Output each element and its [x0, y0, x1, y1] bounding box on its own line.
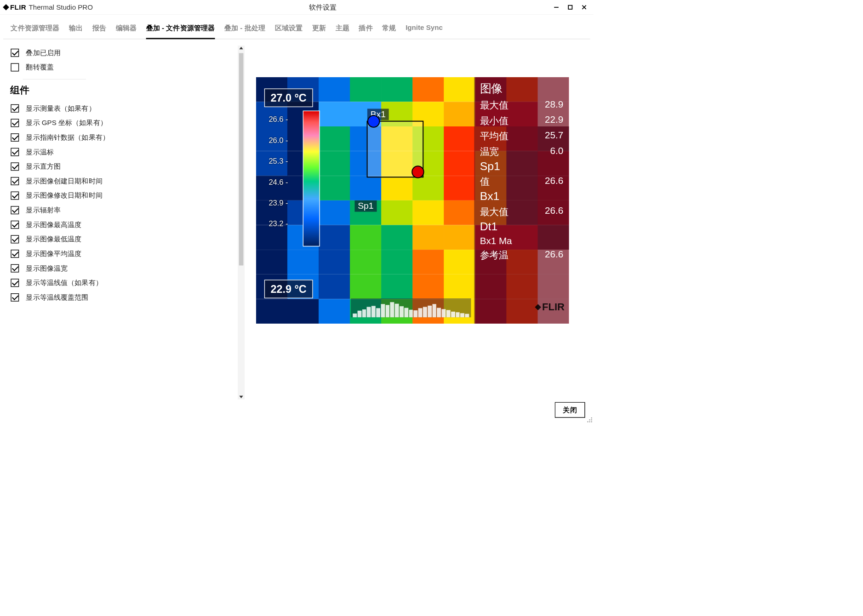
close-window-button[interactable] — [581, 4, 588, 11]
component-setting-label-11: 显示图像温宽 — [26, 263, 68, 273]
top-setting-label-1: 翻转覆盖 — [26, 63, 54, 72]
component-setting-label-9: 显示图像最低温度 — [26, 234, 81, 244]
scale-tick-0: 26.6 - — [269, 115, 288, 124]
scroll-thumb[interactable] — [239, 53, 244, 266]
component-setting-checkbox-6[interactable] — [11, 192, 19, 200]
component-setting-checkbox-9[interactable] — [11, 235, 19, 244]
component-setting-row-2: 显示指南针数据（如果有） — [8, 130, 235, 145]
component-setting-checkbox-0[interactable] — [11, 104, 19, 113]
content-area: 叠加已启用翻转覆盖 组件 显示测量表（如果有）显示 GPS 坐标（如果有）显示指… — [0, 39, 593, 399]
maximize-button[interactable] — [567, 4, 574, 11]
top-setting-row-1: 翻转覆盖 — [8, 60, 235, 75]
component-setting-row-3: 显示温标 — [8, 145, 235, 160]
component-setting-label-2: 显示指南针数据（如果有） — [26, 133, 109, 143]
scale-tick-4: 23.9 - — [269, 199, 288, 207]
component-setting-checkbox-1[interactable] — [11, 119, 19, 127]
top-setting-checkbox-1[interactable] — [11, 63, 19, 72]
dialog-footer: 关闭 — [555, 402, 585, 418]
max-spot-marker — [411, 165, 424, 178]
component-setting-row-7: 显示辐射率 — [8, 203, 235, 217]
close-button[interactable]: 关闭 — [555, 402, 585, 418]
brand-logo: FLIR — [4, 3, 26, 11]
stats-panel: 图像 最大值28.9最小值22.9平均值25.7温宽6.0 Sp1 值26.6 … — [474, 77, 569, 324]
component-setting-checkbox-10[interactable] — [11, 250, 19, 258]
component-setting-row-11: 显示图像温宽 — [8, 261, 235, 276]
temp-max-box: 27.0 °C — [264, 89, 313, 108]
component-setting-checkbox-2[interactable] — [11, 133, 19, 142]
svg-rect-1 — [568, 5, 572, 9]
temp-min-box: 22.9 °C — [264, 279, 313, 298]
component-setting-row-10: 显示图像平均温度 — [8, 246, 235, 261]
top-setting-row-0: 叠加已启用 — [8, 46, 235, 60]
tab-7[interactable]: 更新 — [312, 23, 326, 39]
component-setting-label-4: 显示直方图 — [26, 162, 61, 171]
component-setting-checkbox-3[interactable] — [11, 148, 19, 156]
tab-11[interactable]: Ignite Sync — [406, 23, 443, 39]
tab-0[interactable]: 文件资源管理器 — [11, 23, 59, 39]
component-setting-label-7: 显示辐射率 — [26, 205, 61, 215]
scroll-down-icon[interactable] — [239, 396, 243, 399]
vertical-scrollbar[interactable] — [238, 46, 245, 399]
thermal-preview: 27.0 °C 22.9 °C 26.6 -26.0 -25.3 -24.6 -… — [256, 77, 569, 324]
stat-image-row-3: 温宽6.0 — [480, 144, 564, 160]
tab-9[interactable]: 插件 — [359, 23, 372, 39]
component-setting-label-10: 显示图像平均温度 — [26, 249, 81, 259]
top-setting-label-0: 叠加已启用 — [26, 48, 61, 58]
stat-sp-row-0: 值26.6 — [480, 174, 564, 190]
component-setting-label-3: 显示温标 — [26, 147, 54, 157]
stat-dt-row-1: 参考温26.6 — [480, 247, 564, 263]
flir-watermark: FLIR — [536, 301, 565, 313]
component-setting-checkbox-7[interactable] — [11, 206, 19, 214]
stat-dt-row-0: Bx1 Ma — [480, 234, 564, 247]
tab-5[interactable]: 叠加 - 批处理 — [224, 23, 265, 39]
component-setting-checkbox-12[interactable] — [11, 279, 19, 287]
stats-heading-image: 图像 — [480, 81, 564, 97]
tab-8[interactable]: 主题 — [336, 23, 349, 39]
component-setting-label-6: 显示图像修改日期和时间 — [26, 191, 102, 200]
preview-pane: 27.0 °C 22.9 °C 26.6 -26.0 -25.3 -24.6 -… — [245, 46, 590, 399]
component-setting-row-6: 显示图像修改日期和时间 — [8, 188, 235, 203]
scale-tick-2: 25.3 - — [269, 157, 288, 165]
component-setting-checkbox-5[interactable] — [11, 177, 19, 185]
tab-6[interactable]: 区域设置 — [275, 23, 303, 39]
window-controls — [553, 4, 588, 11]
component-setting-row-0: 显示测量表（如果有） — [8, 101, 235, 116]
component-setting-label-1: 显示 GPS 坐标（如果有） — [26, 118, 107, 128]
stats-heading-dt1: Dt1 — [480, 220, 564, 233]
resize-grip[interactable] — [586, 416, 593, 423]
stat-image-row-2: 平均值25.7 — [480, 129, 564, 144]
brand-text: FLIR — [10, 3, 26, 11]
settings-scroll-pane: 叠加已启用翻转覆盖 组件 显示测量表（如果有）显示 GPS 坐标（如果有）显示指… — [8, 46, 245, 399]
stat-bx-row-0: 最大值26.6 — [480, 204, 564, 220]
tab-1[interactable]: 输出 — [69, 23, 83, 39]
component-setting-row-8: 显示图像最高温度 — [8, 217, 235, 232]
section-heading: 组件 — [10, 84, 235, 97]
component-setting-checkbox-11[interactable] — [11, 264, 19, 273]
stats-heading-sp1: Sp1 — [480, 160, 564, 173]
scale-tick-1: 26.0 - — [269, 136, 288, 145]
divider — [23, 79, 86, 80]
minimize-button[interactable] — [553, 4, 560, 11]
color-scale-bar — [303, 111, 320, 247]
top-setting-checkbox-0[interactable] — [11, 49, 19, 57]
tab-10[interactable]: 常规 — [382, 23, 396, 39]
component-setting-checkbox-4[interactable] — [11, 162, 19, 171]
brand-diamond-icon — [535, 304, 541, 310]
sp1-label: Sp1 — [354, 200, 377, 212]
dialog-title: 软件设置 — [93, 2, 553, 12]
scroll-up-icon[interactable] — [239, 47, 243, 50]
stat-image-row-0: 最大值28.9 — [480, 97, 564, 113]
component-setting-row-13: 显示等温线覆盖范围 — [8, 290, 235, 305]
tab-2[interactable]: 报告 — [92, 23, 106, 39]
component-setting-label-0: 显示测量表（如果有） — [26, 104, 95, 114]
component-setting-checkbox-8[interactable] — [11, 221, 19, 229]
titlebar: FLIR Thermal Studio PRO 软件设置 — [0, 0, 593, 15]
scale-tick-5: 23.2 - — [269, 219, 288, 228]
component-setting-label-12: 显示等温线值（如果有） — [26, 278, 102, 288]
component-setting-label-5: 显示图像创建日期和时间 — [26, 177, 102, 186]
component-setting-checkbox-13[interactable] — [11, 293, 19, 302]
tab-3[interactable]: 编辑器 — [116, 23, 137, 39]
component-setting-row-12: 显示等温线值（如果有） — [8, 276, 235, 291]
tab-4[interactable]: 叠加 - 文件资源管理器 — [146, 23, 215, 39]
tab-bar: 文件资源管理器输出报告编辑器叠加 - 文件资源管理器叠加 - 批处理区域设置更新… — [3, 15, 590, 40]
